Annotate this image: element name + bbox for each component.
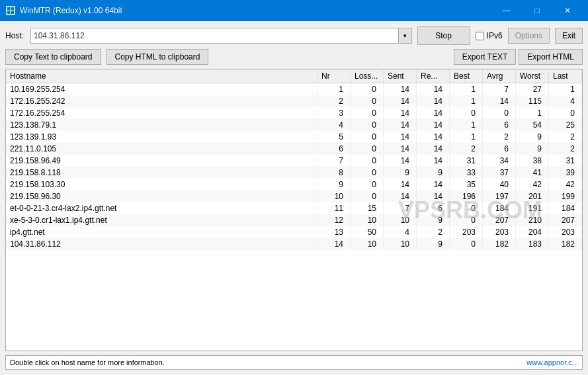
table-cell: 123.139.1.93 (6, 131, 317, 143)
table-cell: 201 (516, 190, 549, 202)
toolbar-row: Host: ▼ Stop IPv6 Options Exit (5, 26, 583, 45)
table-cell: 35 (450, 179, 483, 190)
table-cell: 54 (516, 119, 549, 131)
host-label: Host: (5, 31, 24, 40)
table-cell: 0 (450, 202, 483, 214)
table-cell: 204 (516, 226, 549, 238)
ipv6-text: IPv6 (487, 31, 503, 40)
table-cell: 14 (417, 190, 450, 202)
table-cell: 7 (384, 202, 417, 214)
table-cell: 4 (549, 95, 582, 107)
table-cell: 219.158.96.49 (6, 155, 317, 167)
table-cell: 27 (516, 83, 549, 96)
table-cell: 6 (483, 119, 516, 131)
table-cell: 10 (384, 238, 417, 250)
table-cell: 15 (351, 202, 384, 214)
table-cell: 14 (417, 119, 450, 131)
table-cell: 9 (516, 131, 549, 143)
table-cell: 0 (351, 143, 384, 155)
table-row[interactable]: ip4.gtt.net135042203203204203 (6, 226, 582, 238)
table-cell: 4 (317, 119, 351, 131)
table-cell: 199 (549, 190, 582, 202)
table-row[interactable]: 10.169.255.25410141417271 (6, 83, 582, 96)
table-row[interactable]: 104.31.86.11214101090182183182 (6, 238, 582, 250)
table-cell: 39 (549, 167, 582, 179)
table-cell: 1 (549, 83, 582, 96)
table-cell: 172.16.255.242 (6, 95, 317, 107)
column-header: Loss... (351, 69, 384, 83)
table-cell: 184 (549, 202, 582, 214)
table-row[interactable]: 172.16.255.2543014140010 (6, 107, 582, 119)
table-cell: 40 (483, 179, 516, 190)
table-row[interactable]: et-0-0-21-3.cr4-lax2.ip4.gtt.net11157601… (6, 202, 582, 214)
table-cell: 7 (483, 83, 516, 96)
table-row[interactable]: xe-5-3-0.cr1-lax1.ip4.gtt.net12101090207… (6, 214, 582, 226)
ipv6-checkbox[interactable] (476, 32, 484, 40)
table-cell: 197 (483, 190, 516, 202)
stop-button[interactable]: Stop (417, 26, 470, 45)
options-button[interactable]: Options (508, 28, 550, 44)
table-cell: 4 (384, 226, 417, 238)
table-row[interactable]: 172.16.255.2422014141141154 (6, 95, 582, 107)
ipv6-label[interactable]: IPv6 (476, 31, 503, 40)
table-cell: 0 (351, 179, 384, 190)
table-row[interactable]: 219.158.8.118809933374139 (6, 167, 582, 179)
host-input[interactable] (30, 28, 399, 44)
copy-html-button[interactable]: Copy HTML to clipboard (106, 49, 209, 65)
table-cell: 0 (549, 107, 582, 119)
table-cell: 0 (351, 131, 384, 143)
table-cell: 7 (317, 155, 351, 167)
column-header: Hostname (6, 69, 317, 83)
table-cell: 196 (450, 190, 483, 202)
table-cell: 0 (351, 190, 384, 202)
table-cell: 6 (417, 202, 450, 214)
column-header: Sent (384, 69, 417, 83)
table-cell: 14 (417, 131, 450, 143)
table-cell: 31 (450, 155, 483, 167)
table-row[interactable]: 221.11.0.1056014142692 (6, 143, 582, 155)
table-cell: 2 (549, 143, 582, 155)
table-row[interactable]: 219.158.96.301001414196197201199 (6, 190, 582, 202)
column-header: Nr (317, 69, 351, 83)
table-row[interactable]: 123.139.1.935014141292 (6, 131, 582, 143)
table-cell: 10 (317, 190, 351, 202)
table-cell: 14 (384, 107, 417, 119)
header-row: HostnameNrLoss...SentRe...BestAvrgWorstL… (6, 69, 582, 83)
table-row[interactable]: 123.138.79.1401414165425 (6, 119, 582, 131)
column-header: Re... (417, 69, 450, 83)
table-cell: 1 (450, 119, 483, 131)
table-row[interactable]: 219.158.103.3090141435404242 (6, 179, 582, 190)
table-cell: 14 (384, 131, 417, 143)
table-cell: 182 (483, 238, 516, 250)
table-row[interactable]: 219.158.96.4970141431343831 (6, 155, 582, 167)
minimize-button[interactable]: — (491, 0, 522, 21)
export-text-button[interactable]: Export TEXT (454, 49, 516, 65)
table-cell: xe-5-3-0.cr1-lax1.ip4.gtt.net (6, 214, 317, 226)
table-cell: 0 (351, 95, 384, 107)
table-cell: et-0-0-21-3.cr4-lax2.ip4.gtt.net (6, 202, 317, 214)
table-cell: 2 (317, 95, 351, 107)
table-cell: 0 (483, 107, 516, 119)
table-cell: 207 (549, 214, 582, 226)
table-cell: 9 (516, 143, 549, 155)
table-cell: 172.16.255.254 (6, 107, 317, 119)
table-cell: 1 (317, 83, 351, 96)
table-cell: 0 (351, 167, 384, 179)
table-cell: 1 (516, 107, 549, 119)
status-link[interactable]: www.appnor.c... (526, 358, 578, 366)
status-text: Double click on host name for more infor… (10, 358, 165, 366)
table-cell: 9 (317, 179, 351, 190)
close-button[interactable]: ✕ (552, 0, 583, 21)
title-bar: WinMTR (Redux) v1.00 64bit — □ ✕ (0, 0, 588, 21)
export-html-button[interactable]: Export HTML (519, 49, 583, 65)
table-cell: 2 (483, 131, 516, 143)
table-cell: 1 (450, 95, 483, 107)
table-cell: 191 (516, 202, 549, 214)
maximize-button[interactable]: □ (522, 0, 552, 21)
table-cell: 123.138.79.1 (6, 119, 317, 131)
host-dropdown-arrow[interactable]: ▼ (399, 28, 412, 44)
table-cell: 14 (384, 190, 417, 202)
table-cell: 2 (417, 226, 450, 238)
exit-button[interactable]: Exit (555, 28, 583, 44)
copy-text-button[interactable]: Copy Text to clipboard (5, 49, 101, 65)
